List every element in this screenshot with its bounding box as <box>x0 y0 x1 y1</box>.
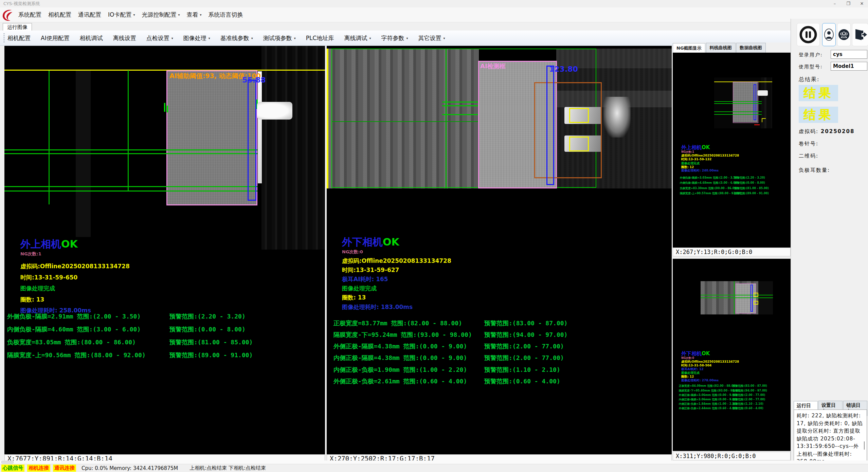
model-label: 使用型号: <box>799 64 823 70</box>
measurement-text: 隔膜宽度-上=90.56mm 范围:(88.00 - 92.00) <box>7 351 146 359</box>
measurement-warning: 预警范围:(2.20 - 3.20) <box>169 312 246 321</box>
overlay-green-vline <box>49 71 50 204</box>
cpu-memory-text: Cpu: 0.0% Memory: 3424.41796875M <box>82 465 178 471</box>
overlay-green-tick <box>167 106 168 112</box>
measurement-warning: 预警范围:(0.60 - 4.00) <box>484 377 560 385</box>
camera-link-badge: 相机连接 <box>27 465 50 472</box>
measurement-row: 内侧正极-负极=1.90mm 范围:(1.00 - 2.20) 预警范围:(1.… <box>333 366 672 376</box>
exit-button[interactable] <box>852 23 868 46</box>
tool-ai-use-config[interactable]: AI使用配置 <box>41 34 70 42</box>
mini-measurement-row: 外侧正极-隔膜=3.06mm 范围:(0.00 - 9.00)预警范围:(2.0… <box>679 393 791 397</box>
measurement-row: 外侧正极-负极=2.61mm 范围:(0.60 - 4.00) 预警范围:(0.… <box>333 377 672 387</box>
comm-link-badge: 通讯连接 <box>53 465 76 472</box>
chevron-down-icon: ▾ <box>133 13 135 17</box>
camera-name: 外下相机 <box>342 236 383 248</box>
camera-result: OK <box>383 236 399 248</box>
log-scrollbar[interactable] <box>864 441 865 450</box>
tool-test-item-params[interactable]: 测试项参数▾ <box>263 34 296 42</box>
measurement-row: 负极宽度=83.05mm 范围:(80.00 - 86.00) 预警范围:(81… <box>7 338 325 348</box>
width-value-label: 123.80 <box>549 65 578 73</box>
right-camera-view[interactable]: AI检测框 123.80 外下相机OK NG次数:0 虚拟码:Offline20… <box>327 46 672 454</box>
measurement-warning: 预警范围:(94.00 - 97.00) <box>484 331 567 339</box>
process-done: 图像处理完成 <box>342 285 377 292</box>
ng-count: NG次数:1 <box>20 251 41 257</box>
tool-offline-setting[interactable]: 离线设置 <box>113 34 136 42</box>
measurement-row: 内侧正极-隔膜=4.38mm 范围:(0.00 - 9.00) 预警范围:(2.… <box>333 354 672 364</box>
needle-number-label: 卷针号: <box>799 141 818 147</box>
tool-other-settings[interactable]: 其它设置▾ <box>418 34 445 42</box>
overlay-yellow-box <box>569 137 589 151</box>
menu-light-control-config[interactable]: 光源控制配置▾ <box>138 11 183 19</box>
menu-comm-config[interactable]: 通讯配置 <box>75 11 105 19</box>
camera-name: 外上相机 <box>20 238 61 250</box>
menu-io-card-config[interactable]: IO卡配置▾ <box>105 11 138 19</box>
user-button[interactable] <box>822 23 836 46</box>
chevron-down-icon: ▾ <box>209 36 210 40</box>
model-input[interactable]: Model1 <box>831 62 867 71</box>
scroll-handle[interactable] <box>1 461 14 464</box>
maximize-button[interactable]: ❐ <box>842 0 854 7</box>
ng-preview-top[interactable]: 外上相机OK NG次数:1 虚拟码:Offline202502081331347… <box>673 53 791 248</box>
overlay-green-hline <box>4 186 257 187</box>
camera-check-status: 上相机:点检结束 下相机:点检结束 <box>189 465 266 471</box>
tool-camera-debug[interactable]: 相机调试 <box>80 34 103 42</box>
mini-image <box>714 77 772 128</box>
measurement-text: 内侧正极-隔膜=4.38mm 范围:(0.00 - 9.00) <box>333 354 467 361</box>
heartbeat-badge: 心跳信号 <box>1 465 24 472</box>
capture-time: 时间:13-31-59-650 <box>20 274 77 282</box>
tab-ng-screenshot[interactable]: NG截图显示 <box>673 43 705 53</box>
ng-count: NG次数:0 <box>342 249 363 255</box>
overlay-green-tick <box>164 103 165 112</box>
virtual-code: 虚拟码:Offline20250208133134728 <box>20 262 130 270</box>
ng-preview-top-coords: X:267;Y:13;R:0;G:0;B:0 <box>673 248 791 256</box>
mini-measurement-row: 隔膜宽度-上=90.57mm 范围:(88.00 - 92.00)预警范围:(8… <box>680 192 791 196</box>
overlay-green-vline <box>446 49 447 188</box>
chevron-down-icon: ▾ <box>443 36 445 40</box>
machinery-highlight <box>603 97 631 138</box>
tool-image-process[interactable]: 图像处理▾ <box>183 34 210 42</box>
tab-data-curve[interactable]: 数据曲线图 <box>736 43 766 53</box>
tool-offline-debug[interactable]: 离线调试▾ <box>344 34 371 42</box>
process-elapsed: 图像处理耗时: 183.00ms <box>342 303 413 311</box>
tool-baseline-params[interactable]: 基准线参数▾ <box>220 34 253 42</box>
ng-preview-bottom[interactable]: 外下相机OK NG次数:0 虚拟码:Offline202502081331347… <box>673 259 791 451</box>
measurement-row: 隔膜宽度-上=90.56mm 范围:(88.00 - 92.00) 预警范围:(… <box>7 351 325 361</box>
login-user-input[interactable]: cys <box>831 50 867 59</box>
mini-measurement-row: 内侧负极-隔膜=4.68mm 范围:(3.00 - 6.00)预警范围:(0.0… <box>680 181 791 185</box>
virtual-code-value: 20250208 <box>821 128 855 134</box>
tab-run-image[interactable]: 运行图像 <box>3 23 32 31</box>
tool-camera-config[interactable]: 相机配置 <box>7 34 31 42</box>
sidebar-tab-bar: NG截图显示 料线曲线图 数据曲线图 <box>673 42 791 53</box>
overlay-green-vline <box>128 70 129 191</box>
tool-spot-check[interactable]: 点检设置▾ <box>146 34 173 42</box>
chevron-down-icon: ▾ <box>178 13 180 17</box>
measurement-row: 外侧正极-隔膜=4.38mm 范围:(0.00 - 9.00) 预警范围:(2.… <box>333 342 672 352</box>
tab-material-curve[interactable]: 料线曲线图 <box>706 43 736 53</box>
close-button[interactable]: ✕ <box>856 0 868 7</box>
process-done: 图像处理完成 <box>20 285 55 292</box>
minimize-button[interactable]: – <box>829 0 841 7</box>
menu-camera-config[interactable]: 相机配置 <box>45 11 75 19</box>
chevron-down-icon: ▾ <box>200 13 201 17</box>
menu-system-config[interactable]: 系统配置 <box>15 11 45 19</box>
overlay-green-hline <box>4 149 257 150</box>
tool-char-params[interactable]: 字符参数▾ <box>381 34 408 42</box>
menu-language-switch[interactable]: 系统语言切换 <box>205 11 247 19</box>
measurement-text: 内侧负极-隔膜=4.60mm 范围:(3.00 - 6.00) <box>7 326 141 333</box>
measurement-text: 隔膜宽度-下=95.24mm 范围:(93.00 - 98.00) <box>333 331 472 338</box>
measurement-warning: 预警范围:(0.00 - 8.00) <box>169 325 246 333</box>
overlay-yellow-line <box>4 70 325 71</box>
tool-plc-address[interactable]: PLC地址库 <box>306 34 334 42</box>
chevron-down-icon: ▾ <box>251 36 253 40</box>
left-camera-view[interactable]: AI辅助阈值:93, 动态阈值:100 55.88 外上相机OK NG次数:1 … <box>4 46 325 454</box>
measurement-warning: 预警范围:(81.00 - 85.00) <box>169 338 253 346</box>
overlay-green-hline <box>4 190 257 192</box>
menu-view[interactable]: 查看▾ <box>183 11 205 19</box>
mini-measurement-row: 正极宽度=84.09mm 范围:(82.00 - 88.00)预警范围:(83.… <box>679 384 791 388</box>
users-button[interactable] <box>837 23 851 46</box>
pause-button[interactable] <box>797 23 820 46</box>
virtual-code: 虚拟码:Offline20250208133134728 <box>342 257 451 265</box>
horizontal-scroll-strip <box>0 460 868 464</box>
overlay-green-hline <box>4 153 257 154</box>
measurement-row: 内侧负极-隔膜=4.60mm 范围:(3.00 - 6.00) 预警范围:(0.… <box>7 325 325 335</box>
